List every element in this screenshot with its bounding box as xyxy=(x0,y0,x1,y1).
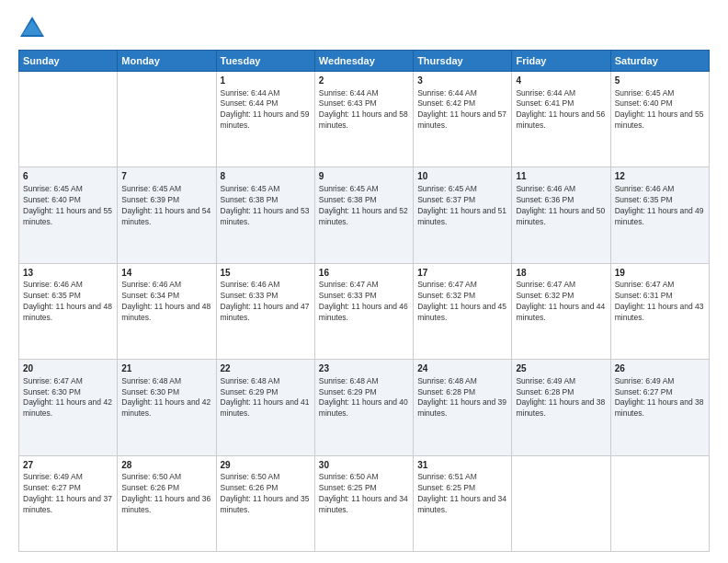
day-info: Sunrise: 6:45 AM Sunset: 6:38 PM Dayligh… xyxy=(319,184,409,228)
day-number: 4 xyxy=(516,75,606,87)
day-number: 27 xyxy=(23,459,113,472)
day-info: Sunrise: 6:44 AM Sunset: 6:42 PM Dayligh… xyxy=(417,88,507,132)
day-info: Sunrise: 6:46 AM Sunset: 6:35 PM Dayligh… xyxy=(23,280,113,324)
header-cell-saturday: Saturday xyxy=(610,51,709,72)
calendar-cell: 2Sunrise: 6:44 AM Sunset: 6:43 PM Daylig… xyxy=(314,72,413,167)
day-number: 3 xyxy=(417,75,507,87)
day-info: Sunrise: 6:48 AM Sunset: 6:29 PM Dayligh… xyxy=(319,376,409,420)
day-number: 6 xyxy=(23,170,113,183)
calendar-cell: 7Sunrise: 6:45 AM Sunset: 6:39 PM Daylig… xyxy=(118,167,216,263)
calendar-header: SundayMondayTuesdayWednesdayThursdayFrid… xyxy=(19,51,710,72)
calendar-cell: 10Sunrise: 6:45 AM Sunset: 6:37 PM Dayli… xyxy=(414,167,512,263)
day-number: 25 xyxy=(516,362,606,375)
day-number: 14 xyxy=(121,267,211,280)
logo xyxy=(18,15,50,40)
day-number: 28 xyxy=(121,459,211,472)
day-info: Sunrise: 6:50 AM Sunset: 6:26 PM Dayligh… xyxy=(221,472,311,516)
header-cell-tuesday: Tuesday xyxy=(216,51,314,72)
week-row-0: 1Sunrise: 6:44 AM Sunset: 6:44 PM Daylig… xyxy=(19,72,710,167)
day-info: Sunrise: 6:49 AM Sunset: 6:28 PM Dayligh… xyxy=(516,376,606,420)
day-info: Sunrise: 6:50 AM Sunset: 6:25 PM Dayligh… xyxy=(319,472,409,516)
day-number: 31 xyxy=(417,459,507,472)
day-number: 15 xyxy=(221,267,311,280)
day-number: 26 xyxy=(615,362,705,375)
day-number: 9 xyxy=(319,170,409,183)
day-number: 22 xyxy=(221,362,311,375)
day-info: Sunrise: 6:45 AM Sunset: 6:37 PM Dayligh… xyxy=(417,184,507,228)
svg-marker-1 xyxy=(22,20,42,35)
day-number: 24 xyxy=(417,362,507,375)
calendar-cell: 20Sunrise: 6:47 AM Sunset: 6:30 PM Dayli… xyxy=(19,360,118,455)
calendar-cell: 28Sunrise: 6:50 AM Sunset: 6:26 PM Dayli… xyxy=(118,455,216,551)
calendar-cell: 18Sunrise: 6:47 AM Sunset: 6:32 PM Dayli… xyxy=(512,263,610,359)
day-info: Sunrise: 6:44 AM Sunset: 6:41 PM Dayligh… xyxy=(516,88,606,132)
calendar-cell: 17Sunrise: 6:47 AM Sunset: 6:32 PM Dayli… xyxy=(414,263,512,359)
day-number: 1 xyxy=(221,75,311,87)
calendar-cell: 15Sunrise: 6:46 AM Sunset: 6:33 PM Dayli… xyxy=(216,263,314,359)
header-cell-wednesday: Wednesday xyxy=(314,51,413,72)
day-info: Sunrise: 6:45 AM Sunset: 6:40 PM Dayligh… xyxy=(23,184,113,228)
calendar-cell: 16Sunrise: 6:47 AM Sunset: 6:33 PM Dayli… xyxy=(314,263,413,359)
day-number: 5 xyxy=(615,75,705,87)
calendar-cell: 12Sunrise: 6:46 AM Sunset: 6:35 PM Dayli… xyxy=(610,167,709,263)
day-info: Sunrise: 6:47 AM Sunset: 6:30 PM Dayligh… xyxy=(23,376,113,420)
calendar-cell xyxy=(512,455,610,551)
week-row-1: 6Sunrise: 6:45 AM Sunset: 6:40 PM Daylig… xyxy=(19,167,710,263)
day-info: Sunrise: 6:45 AM Sunset: 6:39 PM Dayligh… xyxy=(121,184,211,228)
calendar-cell: 8Sunrise: 6:45 AM Sunset: 6:38 PM Daylig… xyxy=(216,167,314,263)
day-number: 20 xyxy=(23,362,113,375)
day-info: Sunrise: 6:45 AM Sunset: 6:38 PM Dayligh… xyxy=(221,184,311,228)
calendar-cell xyxy=(19,72,118,167)
calendar-cell: 21Sunrise: 6:48 AM Sunset: 6:30 PM Dayli… xyxy=(118,360,216,455)
header-cell-friday: Friday xyxy=(512,51,610,72)
calendar-cell: 1Sunrise: 6:44 AM Sunset: 6:44 PM Daylig… xyxy=(216,72,314,167)
calendar-cell: 13Sunrise: 6:46 AM Sunset: 6:35 PM Dayli… xyxy=(19,263,118,359)
day-info: Sunrise: 6:48 AM Sunset: 6:30 PM Dayligh… xyxy=(121,376,211,420)
calendar-cell: 31Sunrise: 6:51 AM Sunset: 6:25 PM Dayli… xyxy=(414,455,512,551)
day-info: Sunrise: 6:51 AM Sunset: 6:25 PM Dayligh… xyxy=(417,472,507,516)
calendar-cell: 25Sunrise: 6:49 AM Sunset: 6:28 PM Dayli… xyxy=(512,360,610,455)
day-number: 10 xyxy=(417,170,507,183)
header-cell-thursday: Thursday xyxy=(414,51,512,72)
calendar-cell: 22Sunrise: 6:48 AM Sunset: 6:29 PM Dayli… xyxy=(216,360,314,455)
calendar-body: 1Sunrise: 6:44 AM Sunset: 6:44 PM Daylig… xyxy=(19,72,710,552)
header-cell-sunday: Sunday xyxy=(19,51,118,72)
calendar-cell: 9Sunrise: 6:45 AM Sunset: 6:38 PM Daylig… xyxy=(314,167,413,263)
calendar-table: SundayMondayTuesdayWednesdayThursdayFrid… xyxy=(18,50,710,552)
calendar-cell: 14Sunrise: 6:46 AM Sunset: 6:34 PM Dayli… xyxy=(118,263,216,359)
calendar-cell: 23Sunrise: 6:48 AM Sunset: 6:29 PM Dayli… xyxy=(314,360,413,455)
day-info: Sunrise: 6:45 AM Sunset: 6:40 PM Dayligh… xyxy=(615,88,705,132)
calendar-cell: 24Sunrise: 6:48 AM Sunset: 6:28 PM Dayli… xyxy=(414,360,512,455)
calendar-cell: 19Sunrise: 6:47 AM Sunset: 6:31 PM Dayli… xyxy=(610,263,709,359)
day-info: Sunrise: 6:46 AM Sunset: 6:35 PM Dayligh… xyxy=(615,184,705,228)
calendar-cell xyxy=(118,72,216,167)
day-number: 30 xyxy=(319,459,409,472)
day-info: Sunrise: 6:48 AM Sunset: 6:29 PM Dayligh… xyxy=(221,376,311,420)
day-number: 8 xyxy=(221,170,311,183)
day-number: 23 xyxy=(319,362,409,375)
calendar-cell: 29Sunrise: 6:50 AM Sunset: 6:26 PM Dayli… xyxy=(216,455,314,551)
header-cell-monday: Monday xyxy=(118,51,216,72)
day-info: Sunrise: 6:47 AM Sunset: 6:32 PM Dayligh… xyxy=(516,280,606,324)
day-info: Sunrise: 6:47 AM Sunset: 6:33 PM Dayligh… xyxy=(319,280,409,324)
calendar-cell xyxy=(610,455,709,551)
calendar-cell: 5Sunrise: 6:45 AM Sunset: 6:40 PM Daylig… xyxy=(610,72,709,167)
page: SundayMondayTuesdayWednesdayThursdayFrid… xyxy=(0,0,728,563)
calendar-cell: 3Sunrise: 6:44 AM Sunset: 6:42 PM Daylig… xyxy=(414,72,512,167)
day-info: Sunrise: 6:49 AM Sunset: 6:27 PM Dayligh… xyxy=(615,376,705,420)
week-row-2: 13Sunrise: 6:46 AM Sunset: 6:35 PM Dayli… xyxy=(19,263,710,359)
day-info: Sunrise: 6:46 AM Sunset: 6:33 PM Dayligh… xyxy=(221,280,311,324)
day-number: 18 xyxy=(516,267,606,280)
day-info: Sunrise: 6:49 AM Sunset: 6:27 PM Dayligh… xyxy=(23,472,113,516)
day-number: 13 xyxy=(23,267,113,280)
day-info: Sunrise: 6:44 AM Sunset: 6:43 PM Dayligh… xyxy=(319,88,409,132)
day-number: 16 xyxy=(319,267,409,280)
week-row-4: 27Sunrise: 6:49 AM Sunset: 6:27 PM Dayli… xyxy=(19,455,710,551)
calendar-cell: 4Sunrise: 6:44 AM Sunset: 6:41 PM Daylig… xyxy=(512,72,610,167)
day-number: 11 xyxy=(516,170,606,183)
header xyxy=(18,15,710,40)
calendar-cell: 30Sunrise: 6:50 AM Sunset: 6:25 PM Dayli… xyxy=(314,455,413,551)
day-info: Sunrise: 6:47 AM Sunset: 6:31 PM Dayligh… xyxy=(615,280,705,324)
header-row: SundayMondayTuesdayWednesdayThursdayFrid… xyxy=(19,51,710,72)
day-info: Sunrise: 6:46 AM Sunset: 6:36 PM Dayligh… xyxy=(516,184,606,228)
